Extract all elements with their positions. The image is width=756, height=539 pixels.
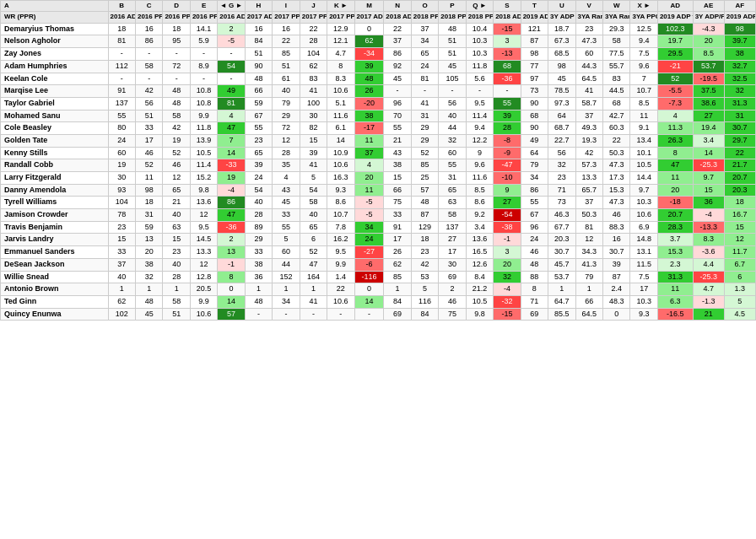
ppg-rank2-2016: 40 (163, 258, 190, 271)
3ya-rank: 23 (575, 23, 602, 35)
adp-2018: 45 (384, 73, 411, 85)
adpfr-diff-2017: -20 (354, 97, 384, 110)
adp-vs-3yar-diff: 20.3 (724, 184, 755, 197)
adp-vs-3y-diff: 11.3 (657, 122, 693, 135)
adpfr-diff-2017: 0 (354, 23, 384, 35)
2017-ppg-rank2-header: 2017 PPG Rank (300, 12, 327, 23)
ppg-rank2-2017: 40 (300, 209, 327, 222)
3y-adpfr-diff: 4.4 (693, 258, 724, 271)
ppg-rank2-2017: 58 (300, 197, 327, 209)
adp-2016: 62 (108, 295, 135, 308)
adpfr-diff-2018: -8 (494, 134, 521, 147)
ppg-rank2-2018: 56 (439, 97, 466, 110)
ppg-2017: 10.6 (327, 159, 354, 172)
ppg-rank2-2016: 19 (163, 134, 190, 147)
adpfr-diff-2018: -47 (494, 159, 521, 172)
adp-vs-3yar-diff: 1.3 (724, 283, 755, 296)
adpfr-diff-2017: -6 (354, 258, 384, 271)
ppg-2016: 13.9 (190, 134, 217, 147)
3y-adp: 68.7 (548, 122, 575, 135)
adpfr-diff-2017: -34 (354, 48, 384, 61)
adp-2017: 89 (245, 221, 272, 234)
adp-2016: 40 (108, 271, 135, 283)
3y-adp-header: 3Y ADP (548, 12, 575, 23)
ppg-rank2-2018: 27 (439, 234, 466, 246)
adp-vs-3y-diff: -7.3 (657, 97, 693, 110)
col-af-header: AF (724, 1, 755, 12)
3ya-rank2: 50.3 (602, 147, 629, 159)
player-name: Travis Benjamin (1, 221, 109, 234)
adp-vs-3yar-diff: 5 (724, 295, 755, 308)
ppg-rank-2016: 45 (135, 308, 162, 321)
3ya-rank: 37 (575, 197, 602, 209)
table-row: Larry Fitzgerald 30 11 12 15.2 19 24 4 5… (1, 172, 756, 185)
adp-2017: 48 (245, 295, 272, 308)
2016-adp-header: 2016 ADP (108, 12, 135, 23)
3y-adp: 97.3 (548, 97, 575, 110)
ppg-2016: 10.6 (190, 308, 217, 321)
adp-2019: 90 (521, 122, 548, 135)
adpfr-diff-2017: 34 (354, 221, 384, 234)
ppg-rank2-2016: 63 (163, 221, 190, 234)
ppg-2018: 11.6 (466, 172, 493, 185)
adp-vs-3yar-diff: 30.7 (724, 122, 755, 135)
player-name: Randall Cobb (1, 159, 109, 172)
ppg-rank2-2017: 47 (300, 258, 327, 271)
adpfr-diff-2018: 9 (494, 184, 521, 197)
adp-2018: 37 (384, 35, 411, 48)
ppg-rank-2018: 116 (411, 295, 438, 308)
ppg-rank2-2018: 137 (439, 221, 466, 234)
ppg-rank-2016: 42 (135, 85, 162, 98)
3y-adp: 67.3 (548, 35, 575, 48)
3ya-rank: 42 (575, 147, 602, 159)
ppg-rank2-2018: 65 (439, 184, 466, 197)
adpfr-diff-2018: -15 (494, 23, 521, 35)
ppg-rank-2017: 16 (273, 23, 300, 35)
adp-2016: 37 (108, 258, 135, 271)
adp-vs-3y-diff: 15.3 (657, 246, 693, 259)
adp-2016: 15 (108, 234, 135, 246)
ppg-2017: 5.1 (327, 97, 354, 110)
table-row: Ted Ginn 62 48 58 9.9 14 48 34 41 10.6 1… (1, 295, 756, 308)
ppg-rank2-2017: 100 (300, 97, 327, 110)
3y-adp: 45 (548, 73, 575, 85)
adpfr-diff-2016: 47 (218, 122, 245, 135)
table-row: Jarvis Landry 15 13 15 14.5 2 29 5 6 16.… (1, 234, 756, 246)
ppg-rank-2018: 129 (411, 221, 438, 234)
player-name: Willie Snead (1, 271, 109, 283)
3ya-ppg-header: 3YA PPG (630, 12, 657, 23)
adp-vs-3y-diff: 52 (657, 73, 693, 85)
ppg-rank-2018: 57 (411, 184, 438, 197)
ppg-2017: 1.4 (327, 271, 354, 283)
3y-adpfr-diff: -25.3 (693, 271, 724, 283)
adp-vs-3yar-diff: 22 (724, 147, 755, 159)
3y-adp: 85.5 (548, 308, 575, 321)
2016-ppg-header: 2016 PPG (190, 12, 217, 23)
player-name: Demaryius Thomas (1, 23, 109, 35)
adpfr-diff-2016: 14 (218, 147, 245, 159)
ppg-rank2-2016: 72 (163, 60, 190, 73)
ppg-2016: 15.2 (190, 172, 217, 185)
adpfr-diff-2017: 26 (354, 85, 384, 98)
adpfr-diff-2018: - (494, 85, 521, 98)
ppg-2018: 3.4 (466, 221, 493, 234)
table-row: Cole Beasley 80 33 42 11.8 47 55 72 82 6… (1, 122, 756, 135)
adp-vs-3y-diff: -5.5 (657, 85, 693, 98)
2017-ppg-rank-header: 2017 PPG Rank (273, 12, 300, 23)
3y-adp: 1 (548, 283, 575, 296)
adpfr-diff-2018: -15 (494, 308, 521, 321)
adp-2019: 64 (521, 147, 548, 159)
ppg-rank-2016: 33 (135, 122, 162, 135)
3ya-ppg: 14.4 (630, 172, 657, 185)
ppg-rank-2016: 52 (135, 159, 162, 172)
ppg-rank-2017: 51 (273, 60, 300, 73)
ppg-2016: 14.1 (190, 23, 217, 35)
3y-adp: 67.7 (548, 221, 575, 234)
adp-2019: 49 (521, 134, 548, 147)
adpfr-diff-2018: 3 (494, 246, 521, 259)
adp-2018: 17 (384, 234, 411, 246)
adp-2018: 26 (384, 246, 411, 259)
ppg-rank2-2017: 6 (300, 234, 327, 246)
adp-2016: 80 (108, 122, 135, 135)
ppg-rank-2018: 5 (411, 283, 438, 296)
